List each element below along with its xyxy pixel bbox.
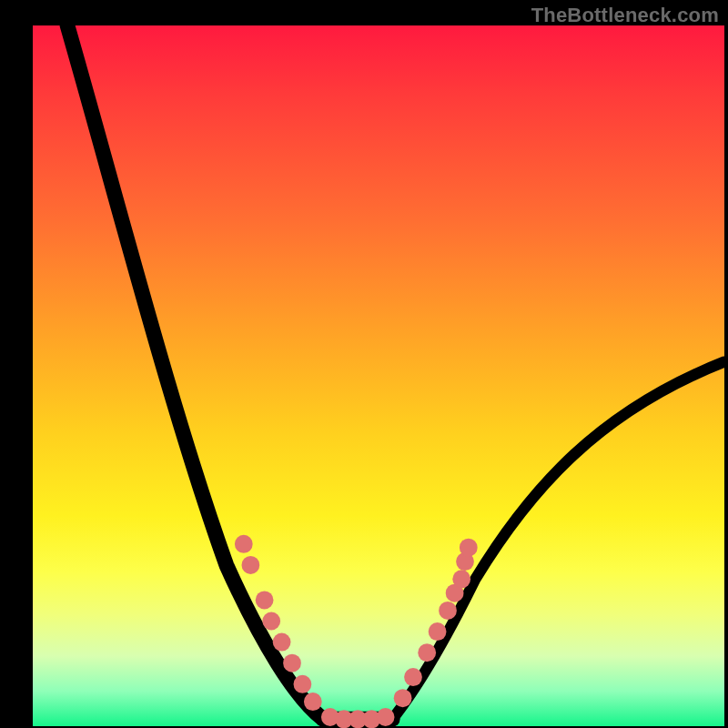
data-point bbox=[429, 622, 447, 641]
data-point bbox=[394, 689, 412, 707]
data-point bbox=[452, 570, 470, 588]
chart-container: TheBottleneck.com bbox=[0, 0, 728, 728]
curve-left-branch bbox=[67, 25, 323, 719]
data-point bbox=[404, 668, 422, 686]
data-point bbox=[256, 591, 274, 609]
data-point bbox=[294, 675, 312, 693]
data-point bbox=[304, 693, 322, 711]
bottleneck-curve-svg bbox=[33, 25, 724, 726]
curve-right-branch bbox=[392, 362, 724, 720]
data-point bbox=[439, 602, 457, 620]
data-point bbox=[242, 556, 260, 574]
watermark-text: TheBottleneck.com bbox=[531, 4, 719, 27]
data-point bbox=[262, 612, 280, 630]
data-point bbox=[235, 535, 253, 553]
data-point bbox=[460, 539, 478, 557]
data-point bbox=[418, 643, 436, 662]
plot-area bbox=[33, 25, 724, 726]
data-point bbox=[273, 633, 291, 652]
data-point bbox=[283, 654, 301, 672]
data-point bbox=[377, 708, 395, 726]
